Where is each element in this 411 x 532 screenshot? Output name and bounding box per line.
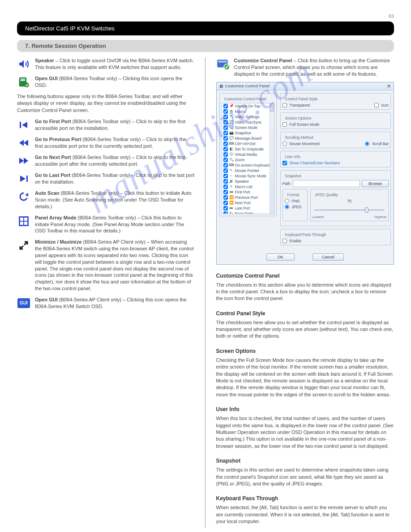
screen-options-legend: Screen Options	[284, 116, 313, 120]
chk-label: Mouse Pointer	[235, 168, 260, 173]
browse-button[interactable]: Browse	[362, 180, 389, 187]
item-speaker: Speaker – Click to toggle sound On/Off v…	[17, 57, 195, 71]
radio-label: Scroll Bar	[372, 142, 389, 146]
chk-fullscreen-wrap[interactable]: Full Screen Mode	[283, 122, 389, 127]
chk-message-board[interactable]	[223, 136, 228, 141]
para-body: When this box is checked, the total numb…	[216, 415, 394, 450]
item-auto-scan: Auto Scan (B064-Series Toolbar only) – C…	[17, 190, 195, 210]
radio-scroll-bar[interactable]	[365, 142, 369, 146]
svg-rect-2	[20, 80, 25, 81]
svg-marker-6	[19, 140, 24, 146]
chk-label: Always On Top	[235, 104, 261, 108]
chk-label: Video Settings	[235, 115, 260, 119]
chk-always-on-top[interactable]	[223, 104, 228, 108]
item-desc: (B064-Series AP Client only) – When acce…	[35, 239, 193, 291]
snapshot-legend: Snapshot	[284, 174, 303, 178]
chk-last-port[interactable]	[223, 206, 228, 210]
chk-transparent-wrap[interactable]: Transparent	[283, 103, 310, 107]
chk-transparent[interactable]	[283, 103, 287, 107]
panel-array-icon	[17, 215, 30, 228]
chk-label: Message Board	[235, 136, 262, 141]
para-heading: Snapshot	[216, 458, 394, 464]
chk-scan-ports[interactable]	[223, 211, 228, 214]
cancel-button[interactable]: Cancel	[313, 253, 344, 261]
item-last-port: Go to Last Port (B064-Series Toolbar onl…	[17, 172, 195, 185]
page-number: 83	[17, 13, 394, 19]
minimize-maximize-icon	[17, 239, 30, 252]
chk-mouse-pointer[interactable]	[223, 168, 228, 173]
chk-label: Screen Mode	[235, 125, 258, 130]
radio-label: JPEG	[292, 205, 302, 209]
svg-marker-9	[24, 158, 28, 164]
item-prev-port: Go to Previous Port (B064-Series Toolbar…	[17, 136, 195, 150]
radio-png-wrap[interactable]: PNG	[285, 199, 305, 203]
svg-marker-5	[22, 122, 27, 128]
chapter-bar: 7. Remote Session Operation	[17, 40, 394, 52]
path-input[interactable]	[293, 180, 360, 187]
chk-prev-port[interactable]	[223, 195, 228, 200]
chk-first-port[interactable]	[223, 190, 228, 194]
customize-cp-icon	[216, 57, 230, 71]
chk-icon-wrap[interactable]: Icon	[374, 103, 389, 107]
chk-label: On-screen Keyboard	[235, 163, 270, 167]
chk-grayscale[interactable]	[223, 147, 228, 151]
chk-label: Transparent	[290, 103, 310, 107]
chk-userinfo-wrap[interactable]: Show Channel/User Numbers	[283, 161, 389, 165]
chk-video-autosync[interactable]	[223, 120, 228, 124]
item-title: Panel Array Mode	[35, 215, 77, 220]
chk-label: Last Port	[235, 206, 250, 210]
jpeg-quality-slider[interactable]	[314, 205, 385, 214]
radio-png[interactable]	[285, 199, 289, 203]
dialog-title-bar: ▦ Customize Control Panel ✕	[217, 82, 394, 90]
item-next-port: Go to Next Port (B064-Series Toolbar onl…	[17, 154, 195, 167]
speaker-icon	[17, 57, 30, 71]
radio-mousemove-wrap[interactable]: Mouse Movement	[283, 142, 320, 146]
para-body: The checkboxes in this section allow you…	[216, 282, 394, 302]
chk-screen-mode[interactable]	[223, 125, 228, 130]
jpeg-quality-legend: JPEG Quality	[314, 193, 339, 197]
auto-scan-icon	[17, 190, 30, 203]
open-gui-icon	[17, 75, 30, 89]
radio-scrollbar-wrap[interactable]: Scroll Bar	[365, 142, 389, 146]
chk-snapshot[interactable]	[223, 131, 228, 135]
chk-macro[interactable]	[223, 109, 228, 114]
chk-label: Enable	[290, 239, 301, 243]
format-legend: Format	[286, 193, 301, 197]
chk-osk[interactable]	[223, 163, 228, 167]
chk-macro-list[interactable]	[223, 184, 228, 189]
para-body: The settings in this section are used to…	[216, 467, 394, 487]
chk-show-channel-user[interactable]	[283, 161, 287, 165]
section-title: NetDirector Cat5 IP KVM Switches	[25, 25, 115, 32]
chk-label: Previous Port	[235, 195, 258, 200]
scrollbar[interactable]	[270, 103, 274, 214]
para-heading: Screen Options	[216, 348, 394, 354]
checklist-legend: Customize Control Panel	[223, 97, 268, 101]
chk-next-port[interactable]	[223, 201, 228, 205]
chk-zoom[interactable]	[223, 158, 228, 162]
chk-label: Speaker	[235, 179, 249, 184]
chk-kbpass-wrap[interactable]: Enable	[283, 239, 389, 243]
chk-fullscreen[interactable]	[283, 122, 287, 127]
chk-icon[interactable]	[374, 103, 379, 107]
chk-label: Video AutoSync	[235, 120, 262, 124]
chk-ctrl-alt-del[interactable]	[223, 142, 228, 146]
chk-virtual-media[interactable]	[223, 152, 228, 157]
chk-speaker[interactable]	[223, 179, 228, 184]
radio-jpeg-wrap[interactable]: JPEG	[285, 205, 305, 209]
ok-button[interactable]: OK	[266, 253, 295, 261]
radio-mouse-movement[interactable]	[283, 142, 287, 146]
chk-label: Virtual Media	[235, 152, 257, 157]
svg-marker-10	[20, 176, 26, 182]
close-icon[interactable]: ✕	[387, 83, 391, 89]
chk-label: First Port	[235, 190, 250, 194]
para-heading: User Info	[216, 406, 394, 412]
svg-rect-11	[26, 176, 28, 182]
chk-video-settings[interactable]	[223, 115, 228, 119]
chk-mouse-sync[interactable]	[223, 174, 228, 178]
item-minmax: Minimize / Maximize (B064-Series AP Clie…	[17, 239, 195, 292]
chk-kbpass-enable[interactable]	[283, 239, 287, 243]
svg-rect-14	[218, 61, 227, 63]
chk-label: Snapshot	[235, 131, 251, 135]
radio-jpeg[interactable]	[285, 205, 289, 209]
item-open-gui-ap: GUI Open GUI (B064-Series AP Client only…	[17, 296, 195, 310]
